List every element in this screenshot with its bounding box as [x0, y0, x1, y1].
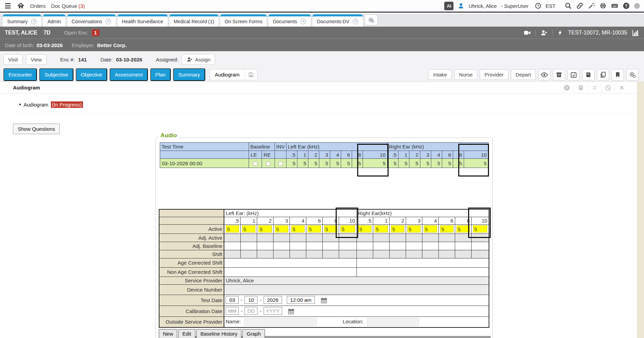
active-input-cell[interactable]: 5	[242, 225, 255, 233]
plan-section-button[interactable]: Plan	[150, 68, 171, 81]
user-icon	[458, 2, 464, 9]
audiogram-item-label[interactable]: Audiogram	[24, 102, 48, 108]
active-input-cell[interactable]: 5	[291, 225, 305, 233]
wand-icon[interactable]	[588, 2, 595, 10]
active-input-cell[interactable]: 5	[324, 225, 337, 233]
provider-button[interactable]: Provider	[480, 69, 508, 80]
assessment-section-button[interactable]: Assessment	[110, 68, 148, 81]
tab-settings-gear-button[interactable]	[365, 15, 378, 25]
adj-active-cell	[290, 234, 306, 242]
eye-view-button[interactable]	[538, 69, 550, 81]
help-circle-button[interactable]: ?	[560, 84, 574, 92]
graph-button[interactable]: Graph	[242, 329, 265, 338]
tab-conversations[interactable]: Conversations	[67, 14, 116, 27]
close-button[interactable]	[615, 84, 628, 92]
edit-button[interactable]: Edit	[178, 329, 195, 338]
outside-location-input[interactable]	[367, 318, 419, 326]
audiogram-list-item[interactable]: • Audiogram (In Progress)	[19, 101, 83, 108]
active-input-cell[interactable]: 5	[391, 225, 404, 233]
open-enc-count-badge[interactable]: 1	[92, 29, 99, 36]
chart-icon[interactable]	[632, 29, 639, 37]
objective-section-button[interactable]: Objective	[76, 68, 108, 81]
archive-button[interactable]	[553, 69, 565, 81]
bolt-icon[interactable]	[557, 29, 564, 36]
active-input-cell[interactable]: 5	[457, 225, 470, 233]
subjective-section-button[interactable]: Subjective	[39, 68, 73, 81]
baseline-header: Baseline	[249, 143, 275, 151]
hamburger-menu-icon[interactable]	[4, 2, 12, 10]
active-input-cell[interactable]: 5	[473, 225, 488, 233]
adj-active-cell	[422, 234, 438, 242]
tab-documents[interactable]: Documents	[268, 14, 311, 27]
menu-item-doc-queue[interactable]: Doc Queue (3)	[51, 3, 85, 9]
test-time-input[interactable]	[287, 296, 315, 304]
ai-badge[interactable]: AI	[444, 2, 453, 10]
new-button[interactable]: New	[159, 329, 177, 338]
tab-medical-record[interactable]: Medical Record (1)	[169, 14, 219, 27]
active-input-cell[interactable]: 5	[358, 225, 372, 233]
test-time-value[interactable]: 03-10-2026 00:00	[160, 159, 249, 168]
active-input-cell[interactable]: 5	[424, 225, 437, 233]
date-separator: -	[260, 308, 262, 314]
add-user-icon[interactable]	[540, 29, 548, 37]
keyboard-icon[interactable]	[611, 2, 618, 10]
active-input-cell[interactable]: 5	[308, 225, 321, 233]
view-button[interactable]: View	[26, 54, 46, 65]
user-name[interactable]: Uhrick, Alice	[468, 3, 497, 9]
encounter-section-button[interactable]: Encounter	[3, 68, 37, 81]
tab-on-screen-forms[interactable]: On Screen Forms	[220, 14, 267, 27]
tab-health-surveillance[interactable]: Health Surveillance	[117, 14, 168, 27]
audiogram-doc-tab[interactable]: Audiogram	[210, 69, 257, 80]
search-icon[interactable]	[564, 2, 572, 10]
copy-button[interactable]	[597, 69, 609, 81]
left-ear-header: Left Ear (kHz)	[286, 143, 388, 151]
test-date-month-input[interactable]	[226, 296, 239, 304]
inv-checkbox[interactable]	[278, 161, 283, 166]
help-icon[interactable]: ?	[622, 2, 630, 10]
baseline-le-checkbox[interactable]	[253, 161, 257, 166]
intake-button[interactable]: Intake	[428, 69, 452, 80]
save-icon[interactable]	[244, 69, 257, 80]
bookmark-button[interactable]	[612, 69, 624, 81]
calibration-year-input[interactable]	[264, 307, 282, 315]
summary-section-button[interactable]: Summary	[173, 68, 205, 81]
shift-cell	[356, 250, 373, 258]
active-input-cell[interactable]: 5	[440, 225, 453, 233]
active-input-cell[interactable]: 5	[375, 225, 388, 233]
journal-button[interactable]	[582, 69, 594, 81]
globe-icon[interactable]	[599, 2, 607, 10]
divider	[552, 29, 552, 36]
calendar-check-button[interactable]	[568, 69, 580, 81]
active-input-cell[interactable]: 5	[275, 225, 288, 233]
baseline-history-button[interactable]: Baseline History	[196, 329, 241, 338]
active-input-cell[interactable]: 5	[226, 225, 239, 233]
nurse-button[interactable]: Nurse	[454, 69, 477, 80]
show-questions-button[interactable]: Show Questions	[13, 124, 60, 134]
threshold-cell: 5	[286, 159, 297, 168]
active-input-cell[interactable]: 5	[340, 225, 355, 233]
menu-item-orders[interactable]: Orders	[30, 3, 46, 9]
active-input-cell[interactable]: 5	[258, 225, 272, 233]
calibration-day-input[interactable]	[244, 307, 257, 315]
assign-button[interactable]: Assign	[182, 54, 215, 65]
tab-admin[interactable]: Admin	[43, 14, 66, 27]
video-camera-icon[interactable]	[523, 29, 531, 37]
collapse-button[interactable]	[587, 84, 601, 92]
tab-summary[interactable]: Summary	[3, 14, 41, 27]
baseline-re-checkbox[interactable]	[266, 161, 270, 166]
tab-documents-dv[interactable]: Documents-DV	[312, 14, 363, 27]
depart-button[interactable]: Depart	[511, 69, 536, 80]
tab-label: Health Surveillance	[122, 19, 163, 24]
test-date-year-input[interactable]	[264, 296, 282, 304]
home-icon[interactable]	[17, 2, 25, 10]
calendar-icon[interactable]	[320, 297, 327, 304]
calendar-icon[interactable]	[288, 308, 295, 315]
test-date-day-input[interactable]	[244, 296, 257, 304]
active-input-cell[interactable]: 5	[407, 225, 421, 233]
visit-button[interactable]: Visit	[3, 54, 23, 65]
settings-gears-button[interactable]	[626, 69, 639, 81]
calibration-month-input[interactable]	[226, 307, 239, 315]
result-row[interactable]: 03-10-2026 00:00 5 5 5 5 5 5 5 5 5 5 5 5…	[160, 159, 489, 168]
link-icon[interactable]	[576, 2, 584, 10]
outside-name-input[interactable]	[244, 318, 317, 326]
